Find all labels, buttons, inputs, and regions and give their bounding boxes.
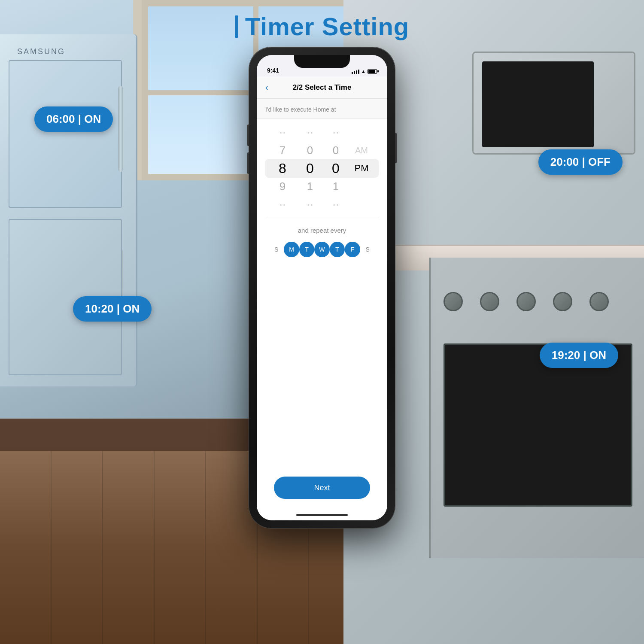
refrigerator-left: SAMSUNG <box>0 34 137 386</box>
phone-mockup: 9:41 ▲ ‹ <box>249 47 395 528</box>
app-content: ‹ 2/2 Select a Time I'd like to execute … <box>257 76 387 520</box>
subtitle-text: I'd like to execute Home at <box>265 106 336 113</box>
sec-above: 0 <box>323 141 349 159</box>
badge-off-20: 20:00 | OFF <box>538 149 623 175</box>
samsung-brand: SAMSUNG <box>17 47 65 56</box>
app-subtitle: I'd like to execute Home at <box>257 99 387 119</box>
min-below: 1 <box>297 177 323 195</box>
back-button[interactable]: ‹ <box>265 82 268 92</box>
day-friday[interactable]: F <box>345 242 360 257</box>
power-button[interactable] <box>395 133 397 163</box>
repeat-label: and repeat every <box>265 227 379 234</box>
day-thursday[interactable]: T <box>330 242 345 257</box>
volume-down-button[interactable] <box>247 152 249 174</box>
signal-bar-3 <box>356 70 357 74</box>
oven-knobs <box>444 292 609 311</box>
status-icons: ▲ <box>352 69 377 74</box>
oven-knob-4 <box>553 292 572 311</box>
oven <box>429 258 644 558</box>
signal-bars <box>352 69 359 74</box>
home-indicator[interactable] <box>296 514 348 516</box>
day-sunday[interactable]: S <box>269 242 284 257</box>
hour-column[interactable]: ·· 7 8 9 ·· <box>270 123 295 213</box>
repeat-section: and repeat every S M T W T F S <box>257 218 387 264</box>
signal-bar-1 <box>352 72 353 74</box>
next-button-label: Next <box>314 483 330 492</box>
microwave <box>472 52 635 155</box>
signal-bar-4 <box>358 70 359 74</box>
ampm-column[interactable]: AM PM <box>349 141 374 195</box>
days-row: S M T W T F S <box>265 242 379 257</box>
badge-on-1920: 19:20 | ON <box>540 343 618 368</box>
day-saturday[interactable]: S <box>360 242 375 257</box>
min-above: 0 <box>297 141 323 159</box>
oven-knob-2 <box>480 292 499 311</box>
volume-up-button[interactable] <box>247 125 249 146</box>
nav-bar: ‹ 2/2 Select a Time <box>257 76 387 99</box>
signal-bar-2 <box>354 71 355 74</box>
day-tuesday[interactable]: T <box>299 242 314 257</box>
badge-on-1020: 10:20 | ON <box>73 296 152 322</box>
nav-title: 2/2 Select a Time <box>293 83 352 92</box>
hour-above2: ·· <box>270 123 295 141</box>
hour-above: 7 <box>270 141 295 159</box>
time-columns: ·· 7 8 9 ·· ·· 0 <box>257 123 387 213</box>
phone-notch <box>294 55 350 68</box>
oven-knob-5 <box>589 292 609 311</box>
oven-knob-3 <box>516 292 536 311</box>
battery-icon <box>368 69 377 74</box>
ampm-above: AM <box>355 141 368 159</box>
day-wednesday[interactable]: W <box>314 242 329 257</box>
oven-door <box>444 343 632 507</box>
next-button[interactable]: Next <box>274 477 370 499</box>
seconds-column[interactable]: ·· 0 0 1 ·· <box>323 123 349 213</box>
next-button-container: Next <box>257 477 387 499</box>
title-bar-decoration <box>235 15 238 38</box>
sec-above2: ·· <box>323 123 349 141</box>
wifi-icon: ▲ <box>361 69 366 74</box>
min-above2: ·· <box>297 123 323 141</box>
sec-below2: ·· <box>323 195 349 213</box>
battery-fill <box>368 70 375 73</box>
status-time: 9:41 <box>267 67 279 74</box>
time-picker[interactable]: ·· 7 8 9 ·· ·· 0 <box>257 119 387 218</box>
oven-knob-1 <box>444 292 463 311</box>
min-below2: ·· <box>297 195 323 213</box>
sec-below: 1 <box>323 177 349 195</box>
minutes-column[interactable]: ·· 0 0 1 ·· <box>297 123 323 213</box>
hour-selected[interactable]: 8 <box>270 159 295 177</box>
phone-screen: 9:41 ▲ ‹ <box>257 55 387 520</box>
ampm-selected[interactable]: PM <box>355 159 369 177</box>
page-title-area: Timer Setting <box>0 12 644 41</box>
hour-below: 9 <box>270 177 295 195</box>
microwave-screen <box>482 61 594 147</box>
day-monday[interactable]: M <box>284 242 299 257</box>
min-selected[interactable]: 0 <box>297 159 323 177</box>
hour-below2: ·· <box>270 195 295 213</box>
badge-on-06: 06:00 | ON <box>34 106 113 132</box>
fridge-handle-upper <box>118 86 123 172</box>
phone-body: 9:41 ▲ ‹ <box>249 47 395 528</box>
page-title: Timer Setting <box>245 12 410 41</box>
sec-selected[interactable]: 0 <box>323 159 349 177</box>
